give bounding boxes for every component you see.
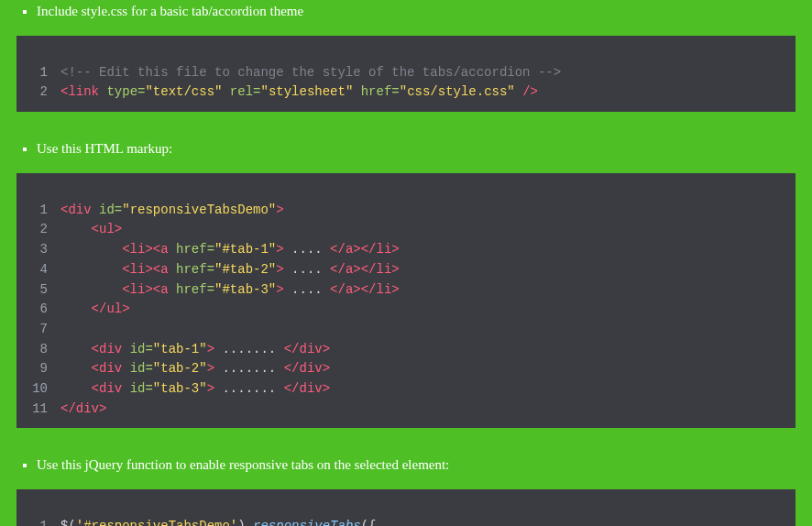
code-tag: </div> xyxy=(60,401,106,416)
code-tag: > xyxy=(207,361,214,376)
code-tag: /> xyxy=(522,84,538,99)
code-text: ({ xyxy=(361,519,377,526)
code-tag: <div xyxy=(92,381,123,396)
line-number: 5 xyxy=(26,280,48,301)
code-attr: href xyxy=(361,84,392,99)
code-block-3: 1$('#responsiveTabsDemo').responsiveTabs… xyxy=(16,489,796,526)
code-tag: </li> xyxy=(361,282,400,297)
code-tag: <a xyxy=(153,242,169,257)
note-item-1: Include style.css for a basic tab/accord… xyxy=(37,0,796,23)
code-eq: = xyxy=(145,361,152,376)
code-eq: = xyxy=(145,381,152,396)
code-function: responsiveTabs xyxy=(253,519,361,526)
code-text: $( xyxy=(60,519,76,526)
line-number: 11 xyxy=(26,400,48,420)
code-string: "responsiveTabsDemo" xyxy=(122,203,276,217)
line-number: 1 xyxy=(26,517,48,526)
note-item-3: Use this jQuery function to enable respo… xyxy=(37,454,796,477)
code-tag: </li> xyxy=(361,262,400,277)
code-tag: > xyxy=(276,242,283,257)
code-tag: </div> xyxy=(284,381,330,396)
code-string: "tab-2" xyxy=(153,361,207,376)
code-tag: </div> xyxy=(284,361,330,376)
note-item-2: Use this HTML markup: xyxy=(37,137,796,160)
code-tag: </a> xyxy=(330,282,361,297)
code-tag: </a> xyxy=(330,242,361,257)
line-number: 1 xyxy=(26,201,48,221)
code-tag: <a xyxy=(153,282,169,297)
code-block-2: 1<div id="responsiveTabsDemo"> 2 <ul> 3 … xyxy=(16,173,796,428)
code-attr: id xyxy=(130,361,146,376)
line-number: 10 xyxy=(26,379,48,400)
note-list-1: Include style.css for a basic tab/accord… xyxy=(16,0,796,23)
code-eq: = xyxy=(115,203,122,217)
line-number: 3 xyxy=(26,240,48,260)
code-tag: <li> xyxy=(122,262,153,277)
code-attr: href xyxy=(176,262,207,277)
code-eq: = xyxy=(391,84,399,99)
code-text: .... xyxy=(284,282,330,297)
code-eq: = xyxy=(207,262,214,277)
code-tag: </li> xyxy=(361,242,400,257)
code-string: "#tab-1" xyxy=(214,242,276,257)
code-text: .... xyxy=(284,242,330,257)
code-eq: = xyxy=(207,282,214,297)
line-number: 2 xyxy=(26,220,48,240)
line-number: 1 xyxy=(26,63,48,83)
code-text: .... xyxy=(284,262,330,277)
code-tag: <div xyxy=(92,342,123,356)
line-number: 9 xyxy=(26,359,48,379)
code-attr: id xyxy=(130,342,146,356)
code-tag: <li> xyxy=(122,282,153,297)
code-tag: <ul> xyxy=(92,222,123,236)
code-string: '#responsiveTabsDemo' xyxy=(76,519,237,526)
line-number: 4 xyxy=(26,260,48,280)
code-tag: > xyxy=(207,381,214,396)
code-string: "tab-3" xyxy=(153,381,207,396)
note-list-3: Use this jQuery function to enable respo… xyxy=(16,454,796,477)
code-string: "stylesheet" xyxy=(260,84,353,99)
code-eq: = xyxy=(207,242,214,257)
code-tag: > xyxy=(276,282,283,297)
code-comment: <!-- Edit this file to change the style … xyxy=(60,65,561,80)
code-eq: = xyxy=(145,342,152,356)
code-string: "#tab-2" xyxy=(214,262,276,277)
code-attr: href xyxy=(176,282,207,297)
code-string: "css/style.css" xyxy=(400,84,515,99)
code-tag: > xyxy=(276,203,283,217)
code-tag: </ul> xyxy=(92,301,130,316)
code-text: ....... xyxy=(214,342,284,356)
code-attr: id xyxy=(130,381,146,396)
note-list-2: Use this HTML markup: xyxy=(16,137,796,160)
line-number: 7 xyxy=(26,320,48,340)
code-attr: href xyxy=(176,242,207,257)
code-tag: <div xyxy=(60,203,92,217)
code-tag: <a xyxy=(153,262,169,277)
code-string: "text/css" xyxy=(145,84,222,99)
code-string: "tab-1" xyxy=(153,342,207,356)
code-attr: type xyxy=(106,84,137,99)
code-tag: <li> xyxy=(122,242,153,257)
code-tag: </div> xyxy=(284,342,330,356)
code-tag: > xyxy=(207,342,214,356)
code-text: ....... xyxy=(214,361,284,376)
code-text: ). xyxy=(237,519,253,526)
code-tag: <link xyxy=(60,84,99,99)
code-string: "#tab-3" xyxy=(214,282,276,297)
line-number: 2 xyxy=(26,82,48,103)
code-attr: rel xyxy=(230,84,253,99)
code-attr: id xyxy=(99,203,115,217)
code-tag: <div xyxy=(92,361,123,376)
code-block-1: 1<!-- Edit this file to change the style… xyxy=(16,36,796,112)
line-number: 8 xyxy=(26,340,48,360)
code-tag: > xyxy=(276,262,283,277)
code-tag: </a> xyxy=(330,262,361,277)
code-text: ....... xyxy=(214,381,284,396)
line-number: 6 xyxy=(26,300,48,320)
